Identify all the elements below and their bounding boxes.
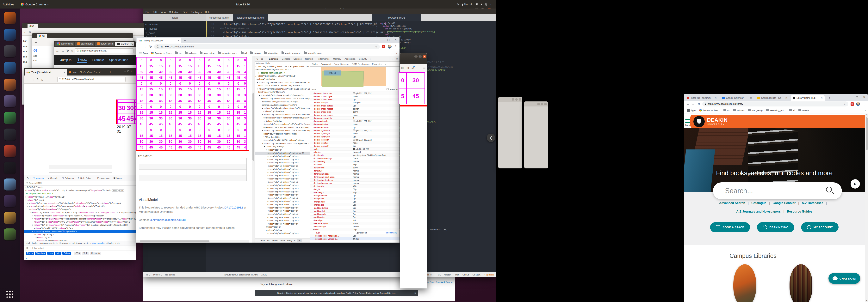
vertical-scrollbar[interactable] bbox=[252, 56, 255, 242]
dock-icon-ubuntu-software[interactable] bbox=[4, 78, 16, 91]
dom-tree-row[interactable]: v <class="ftg">tr> bbox=[24, 236, 135, 239]
breadcrumb-item[interactable]: tr bbox=[294, 239, 296, 242]
computed-property-row[interactable]: font-kerningnormal bbox=[310, 160, 400, 163]
more-tabs-icon[interactable]: » bbox=[370, 58, 371, 60]
dom-tree-row[interactable]: <!doctype html> bbox=[255, 62, 310, 65]
apps-shortcut[interactable]: Apps bbox=[137, 51, 149, 55]
breadcrumb-item[interactable]: tbody bbox=[287, 239, 292, 242]
dom-tree-row[interactable]: ▾ <class="ctg">table class=class="cs2">"… bbox=[255, 142, 310, 145]
browser-tab[interactable]: Search results - Go✕ bbox=[755, 95, 789, 101]
search-input[interactable]: Search... bbox=[725, 187, 753, 195]
computed-property-row[interactable]: padding-bottom0px bbox=[310, 206, 400, 209]
devtools-tab-application[interactable]: Application bbox=[344, 57, 356, 61]
dom-tree-row[interactable]: contentclass="cs2">" itemprop="articleBo… bbox=[255, 116, 310, 120]
back-icon[interactable]: ← bbox=[26, 78, 29, 81]
dom-tree-row[interactable]: <class="ctg">td></class="ctg">td> bbox=[255, 187, 310, 190]
dom-tree-row[interactable]: <class="ctg">td></class="ctg">td> bbox=[255, 190, 310, 193]
project-pane-header[interactable]: Project bbox=[143, 14, 206, 21]
tree-item[interactable]: ▸ _layouts bbox=[146, 27, 206, 31]
activities-button[interactable]: Activities bbox=[3, 3, 14, 6]
dom-tree-row[interactable]: > <class="ftg">header class=class="fs">"… bbox=[24, 214, 135, 217]
edge-slide-indicator[interactable]: ❮ bbox=[487, 134, 495, 142]
search-icon[interactable] bbox=[826, 187, 832, 193]
computed-property-row[interactable]: border-image-slice100% bbox=[310, 110, 400, 113]
bookmark-star-icon[interactable]: ☆ bbox=[375, 45, 377, 48]
close-tab-icon[interactable]: ✕ bbox=[715, 97, 717, 99]
devtools-tab-memory[interactable]: Memory bbox=[333, 57, 342, 61]
close-button[interactable]: ✕ bbox=[423, 55, 426, 58]
computed-property-row[interactable]: border-collapsecollapse bbox=[310, 101, 400, 104]
cookie-close-icon[interactable]: ✕ bbox=[414, 292, 416, 294]
quick-link[interactable]: Resource Guides bbox=[787, 210, 812, 213]
dock-icon-firefox[interactable] bbox=[4, 12, 16, 24]
filter-errors[interactable]: Errors bbox=[26, 251, 34, 255]
filter-css[interactable]: CSS bbox=[74, 251, 81, 255]
computed-property-row[interactable]: displaytable-cell bbox=[310, 150, 400, 154]
system-tray[interactable]: ✎ ▮ 2% ❖ 🔇︎ ▼ bbox=[457, 3, 492, 6]
jump-link-syntax[interactable]: Syntax bbox=[77, 58, 87, 62]
url-bar[interactable]: ⓘ 127.0.0.1:4000/notes/time.html bbox=[57, 77, 126, 82]
dock-icon-terminal[interactable] bbox=[4, 129, 16, 140]
reload-icon[interactable]: ↻ bbox=[37, 77, 39, 81]
status-item[interactable]: Fetch bbox=[454, 273, 459, 276]
maximize-button[interactable]: ▢ bbox=[419, 55, 422, 58]
forward-icon[interactable]: → bbox=[144, 45, 147, 48]
console-prompt[interactable]: » bbox=[24, 256, 135, 259]
dom-tree-row[interactable]: <class="ctg">html lang=class="cs2">"en" … bbox=[255, 65, 310, 68]
dom-tree-row[interactable]: v <class="ftg">main class=class="fs">"pa… bbox=[24, 205, 135, 208]
browser-tab[interactable]: table cell cs bbox=[55, 42, 74, 46]
breadcrumb-item[interactable]: table.gentable bbox=[92, 242, 105, 244]
devtools-tab-inspector[interactable]: ⬚Inspector bbox=[31, 176, 46, 180]
breadcrumb-item[interactable]: div bbox=[267, 239, 270, 242]
jump-link-example[interactable]: Example bbox=[92, 58, 104, 62]
horizontal-scrollbar[interactable] bbox=[135, 240, 249, 242]
updates-badge[interactable]: 4 updates bbox=[484, 273, 494, 276]
computed-property-row[interactable]: font-variant-numericnormal bbox=[310, 181, 400, 185]
bookmark-folder[interactable]: os bbox=[174, 51, 183, 55]
filter-warnings[interactable]: Warnings bbox=[35, 251, 46, 255]
computed-property-row[interactable]: 30px.gentable tdtime.html:31 bbox=[310, 231, 400, 234]
menu-selection[interactable]: Selection bbox=[169, 11, 179, 13]
computed-property-row[interactable]: font-variant-east-asiannormal bbox=[310, 175, 400, 178]
computed-property-row[interactable]: line-height24px bbox=[310, 191, 400, 194]
menu-file[interactable]: File bbox=[146, 11, 149, 13]
dom-tree-row[interactable]: schema.org/BlogPostingclass="cs2">"> bbox=[255, 103, 310, 107]
computed-property-row[interactable]: vertical-alignmiddle bbox=[310, 225, 400, 228]
dom-tree-row[interactable]: v <class="ftg">div class=class="fs">"wra… bbox=[24, 208, 135, 211]
computed-property-row[interactable]: border-image-width1 bbox=[310, 116, 400, 120]
status-item[interactable]: File 0 bbox=[145, 273, 150, 276]
window-controls[interactable]: –▢✕ bbox=[381, 38, 397, 41]
menu-packages[interactable]: Packages bbox=[191, 11, 202, 13]
computed-property-row[interactable]: border-bottom-stylenone bbox=[310, 95, 400, 98]
dom-tree-row[interactable]: <class="ctg">td></class="ctg">td> bbox=[255, 216, 310, 219]
computed-property-row[interactable]: -webkit-border-vertical-s…→2px bbox=[310, 237, 400, 240]
devtools-search[interactable]: Search HTML bbox=[24, 181, 135, 186]
status-item[interactable]: GitHub bbox=[463, 273, 469, 276]
more-subtabs-icon[interactable]: » bbox=[385, 63, 386, 65]
deakin-logo[interactable] bbox=[693, 116, 705, 127]
hamburger-menu-icon[interactable]: ☰ bbox=[423, 66, 426, 70]
bookmark-folder[interactable]: skillsets bbox=[732, 109, 746, 112]
deakinsync-button[interactable]: DEAKINSYNC bbox=[757, 222, 794, 232]
dock-icon-tilix-terminal[interactable] bbox=[4, 195, 16, 207]
tab-time-visualmodel[interactable]: Time | VisualModel ✕ bbox=[137, 38, 181, 43]
dom-tree-row[interactable]: > <class="ftg">head>…</class="ftg">head> bbox=[24, 195, 135, 198]
chat-now-button[interactable]: CHAT NOW! bbox=[829, 273, 860, 284]
computed-property-row[interactable]: margin-right0px bbox=[310, 200, 400, 203]
dom-tree-row[interactable]: <!--adapted from head.html--> bbox=[24, 192, 135, 195]
containers-icon[interactable]: ⊞ bbox=[406, 66, 409, 70]
dom-tree-row[interactable]: timeclass="cs2">" hidden="class="cs2">">… bbox=[255, 126, 310, 129]
dom-tree-row[interactable]: </class="ctg">tr> bbox=[255, 225, 310, 229]
bookmark-folder[interactable]: executing_not... bbox=[217, 51, 239, 55]
dom-tree-row[interactable]: v <class="ftg">body> bbox=[24, 198, 135, 202]
dom-tree-row[interactable]: label=class="cs2">"Content"> bbox=[255, 91, 310, 94]
home-icon[interactable]: ⌂ bbox=[41, 78, 43, 81]
computed-property-row[interactable]: border-image-repeatstretch bbox=[310, 107, 400, 110]
device-toolbar-icon[interactable]: ▣ bbox=[261, 58, 263, 60]
devtools-tab-debugger[interactable]: ◻Debugger bbox=[60, 176, 76, 180]
reload-icon[interactable]: ↻ bbox=[66, 49, 69, 53]
close-tab-icon[interactable]: ✕ bbox=[178, 39, 179, 42]
window-controls[interactable]: –▢✕ bbox=[849, 96, 865, 99]
computed-property-row[interactable]: border-left-width0px bbox=[310, 126, 400, 129]
breadcrumb-item[interactable]: body bbox=[32, 242, 37, 244]
